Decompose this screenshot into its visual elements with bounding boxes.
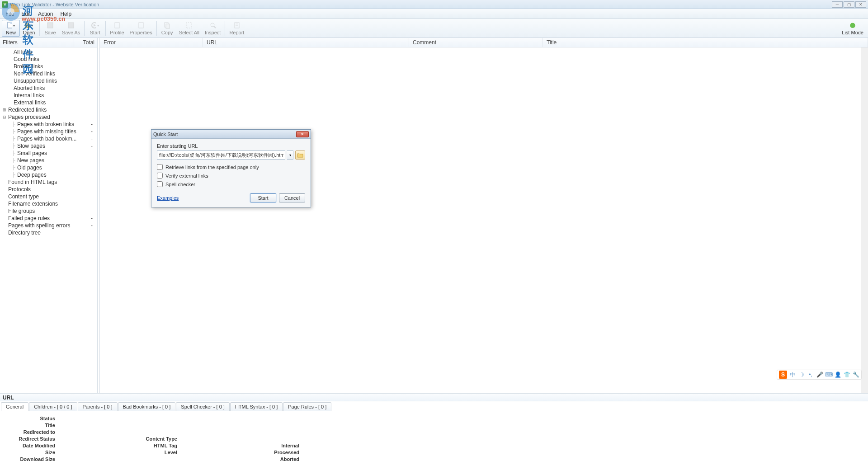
profile-button[interactable]: Profile (107, 20, 127, 36)
tab-parents[interactable]: Parents - [ 0 ] (78, 402, 118, 411)
vertical-scrollbar[interactable] (861, 47, 868, 393)
results-panel: Error URL Comment Title (99, 38, 868, 393)
retrieve-only-checkbox[interactable] (157, 164, 163, 170)
ime-punct-icon[interactable]: •, (807, 371, 814, 378)
browse-button[interactable] (295, 150, 305, 160)
url-input[interactable] (157, 150, 285, 160)
tab-badbookmarks[interactable]: Bad Bookmarks - [ 0 ] (118, 402, 176, 411)
filter-item[interactable]: ├Slow pages- (0, 142, 97, 150)
dialog-start-button[interactable]: Start (250, 193, 276, 202)
col-url[interactable]: URL (203, 38, 409, 47)
detail-row: Date Modified (9, 442, 113, 449)
detail-tabs: General Children - [ 0 / 0 ] Parents - [… (0, 401, 868, 411)
filter-item[interactable]: Broken links (0, 63, 97, 70)
col-title[interactable]: Title (543, 38, 868, 47)
inspect-button[interactable]: Inspect (202, 20, 223, 36)
verify-external-checkbox[interactable] (157, 173, 163, 179)
maximize-button[interactable]: ▢ (844, 1, 854, 8)
start-button[interactable]: ▾Start (86, 20, 104, 36)
open-button[interactable]: ▾ Open (20, 20, 38, 36)
filter-item[interactable]: Non-verified links (0, 70, 97, 77)
filter-item[interactable]: File groups (0, 207, 97, 215)
filter-item[interactable]: Content type (0, 193, 97, 200)
ime-toolbar[interactable]: S 中 ☽ •, 🎤 ⌨ 👤 👕 🔧 (777, 370, 862, 380)
filter-item[interactable]: Directory tree (0, 229, 97, 236)
close-button[interactable]: ✕ (855, 1, 866, 8)
filters-header[interactable]: Filters (0, 38, 74, 47)
save-button[interactable]: Save (41, 20, 59, 36)
filter-item[interactable]: Unsupported links (0, 77, 97, 85)
col-comment[interactable]: Comment (409, 38, 543, 47)
filter-label: Directory tree (7, 230, 85, 236)
filter-item[interactable]: Internal links (0, 92, 97, 99)
ime-lang-button[interactable]: 中 (789, 371, 796, 378)
filter-item[interactable]: Failed page rules- (0, 215, 97, 222)
filter-label: Good links (13, 56, 85, 62)
filter-item[interactable]: Protocols (0, 186, 97, 193)
filter-label: Pages with missing titles (16, 128, 85, 135)
ime-skin-icon[interactable]: 👕 (843, 371, 850, 378)
total-header[interactable]: Total (74, 38, 97, 47)
filter-item[interactable]: ⊞Redirected links (0, 106, 97, 113)
saveas-button[interactable]: Save As (59, 20, 83, 36)
expand-icon[interactable]: ⊞ (2, 107, 7, 113)
filter-item[interactable]: ├Old pages (0, 164, 97, 171)
window-titlebar: V Web Link Validator - Website Verificat… (0, 0, 868, 9)
report-button[interactable]: Report (226, 20, 247, 36)
saveas-icon (67, 21, 75, 29)
dialog-cancel-button[interactable]: Cancel (279, 193, 305, 202)
filter-item[interactable]: Filename extensions (0, 200, 97, 207)
detail-row: Redirected to (9, 428, 113, 435)
filter-item[interactable]: ├Pages with broken links- (0, 121, 97, 128)
filter-label: Redirected links (7, 107, 85, 113)
tab-children[interactable]: Children - [ 0 / 0 ] (29, 402, 77, 411)
filter-item[interactable]: ├Small pages (0, 150, 97, 157)
filter-item[interactable]: Good links (0, 56, 97, 63)
dialog-close-button[interactable]: ✕ (296, 131, 309, 137)
filter-label: File groups (7, 208, 85, 214)
filter-item[interactable]: Found in HTML tags (0, 179, 97, 186)
filter-item[interactable]: ├Pages with missing titles- (0, 128, 97, 135)
detail-label: Date Modified (9, 443, 59, 448)
retrieve-only-label: Retrieve links from the specified page o… (165, 164, 259, 170)
url-dropdown-button[interactable]: ▾ (287, 150, 293, 160)
app-icon: V (2, 1, 8, 8)
filter-item[interactable]: Pages with spelling errors- (0, 222, 97, 229)
tab-spellchecker[interactable]: Spell Checker - [ 0 ] (176, 402, 230, 411)
tab-general[interactable]: General (1, 402, 28, 411)
detail-label: Download Size (9, 456, 59, 462)
ime-moon-icon[interactable]: ☽ (798, 371, 805, 378)
filter-value: - (85, 121, 95, 127)
properties-button[interactable]: Properties (127, 20, 155, 36)
filter-item[interactable]: ├Pages with bad bookm...- (0, 135, 97, 142)
col-error[interactable]: Error (100, 38, 203, 47)
copy-button[interactable]: Copy (158, 20, 176, 36)
filter-item[interactable]: External links (0, 99, 97, 106)
filter-item[interactable]: Aborted links (0, 85, 97, 92)
filter-item[interactable]: All links (0, 48, 97, 56)
detail-label: Processed (253, 450, 303, 455)
spell-checker-checkbox[interactable] (157, 181, 163, 187)
menu-file[interactable]: File (2, 9, 18, 19)
examples-link[interactable]: Examples (157, 195, 179, 201)
ime-user-icon[interactable]: 👤 (834, 371, 841, 378)
detail-row: Level (131, 449, 235, 456)
menu-edit[interactable]: Edit (18, 9, 34, 19)
ime-keyboard-icon[interactable]: ⌨ (825, 371, 832, 378)
selectall-button[interactable]: Select All (176, 20, 202, 36)
listmode-button[interactable]: List Mode (839, 20, 866, 36)
minimize-button[interactable]: ─ (832, 1, 843, 8)
expand-icon[interactable]: ⊟ (2, 114, 7, 120)
new-button[interactable]: ▾ New (2, 20, 20, 37)
tab-htmlsyntax[interactable]: HTML Syntax - [ 0 ] (230, 402, 283, 411)
inspect-icon (209, 21, 217, 29)
ime-settings-icon[interactable]: 🔧 (852, 371, 859, 378)
menu-action[interactable]: Action (34, 9, 57, 19)
tab-pagerules[interactable]: Page Rules - [ 0 ] (283, 402, 331, 411)
menu-help[interactable]: Help (57, 9, 75, 19)
svg-line-13 (214, 26, 216, 28)
filter-item[interactable]: ⊟Pages processed (0, 113, 97, 121)
filter-item[interactable]: ├Deep pages (0, 171, 97, 179)
ime-mic-icon[interactable]: 🎤 (816, 371, 823, 378)
filter-item[interactable]: ├New pages (0, 157, 97, 164)
